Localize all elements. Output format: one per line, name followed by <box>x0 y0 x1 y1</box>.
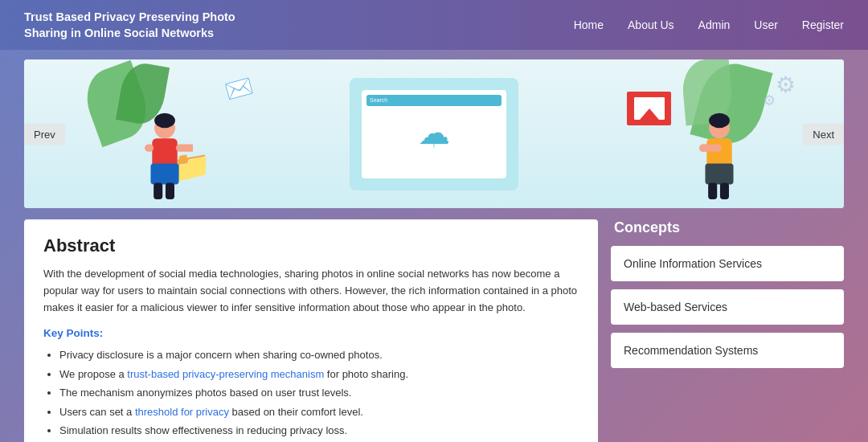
main-wrapper: Prev ⚙ ⚙ ✉️ Search ☁ ↑ <box>0 50 868 442</box>
svg-rect-15 <box>720 183 729 199</box>
svg-point-1 <box>154 113 175 128</box>
concept-card-1[interactable]: Web-based Services <box>611 289 844 325</box>
nav-register[interactable]: Register <box>802 18 844 31</box>
concepts-panel: Concepts Online Information Services Web… <box>611 219 844 442</box>
search-bar-mock: Search <box>366 95 502 106</box>
abstract-title: Abstract <box>43 235 579 256</box>
svg-rect-3 <box>150 164 178 185</box>
threshold-privacy-link[interactable]: threshold for privacy <box>135 406 229 418</box>
lower-content: Abstract With the development of social … <box>24 219 844 442</box>
photo-frame <box>627 92 671 125</box>
svg-rect-11 <box>705 164 733 185</box>
svg-rect-6 <box>154 183 162 199</box>
carousel-prev-button[interactable]: Prev <box>24 123 65 145</box>
key-point-2: We propose a trust-based privacy-preserv… <box>59 365 579 383</box>
svg-point-9 <box>709 113 730 128</box>
svg-rect-5 <box>145 145 154 152</box>
main-nav: Home About Us Admin User Register <box>574 18 844 31</box>
key-point-5: Simulation results show effectiveness in… <box>59 421 579 440</box>
photo-frame-inner <box>634 97 665 120</box>
key-points-list: Privacy disclosure is a major concern wh… <box>43 346 579 440</box>
nav-about[interactable]: About Us <box>628 18 674 31</box>
site-title: Trust Based Privacy Preserving Photo Sha… <box>24 9 235 42</box>
key-point-1: Privacy disclosure is a major concern wh… <box>59 346 579 364</box>
key-points-label: Key Points: <box>43 327 579 339</box>
svg-rect-13 <box>699 145 722 152</box>
concept-card-0[interactable]: Online Information Services <box>611 246 844 281</box>
upload-arrow-icon: ↑ <box>431 134 438 151</box>
key-point-3: The mechanism anonymizes photos based on… <box>59 383 579 402</box>
abstract-body: With the development of social media tec… <box>43 266 579 316</box>
figure-left <box>137 112 193 208</box>
abstract-panel: Abstract With the development of social … <box>24 219 598 442</box>
gear-icon-1: ⚙ <box>776 72 796 98</box>
svg-rect-4 <box>176 145 193 152</box>
site-header: Trust Based Privacy Preserving Photo Sha… <box>0 0 868 50</box>
svg-rect-7 <box>166 183 174 199</box>
key-point-4: Users can set a threshold for privacy ba… <box>59 403 579 421</box>
envelope-icon: ✉️ <box>222 72 256 105</box>
cloud-box-inner: Search ☁ ↑ <box>362 90 506 178</box>
concepts-title: Concepts <box>611 219 844 236</box>
nav-user[interactable]: User <box>754 18 778 31</box>
trust-mechanism-link[interactable]: trust-based privacy-preserving mechanism <box>127 368 324 380</box>
nav-home[interactable]: Home <box>574 18 604 31</box>
cloud-upload-box: Search ☁ ↑ <box>350 78 518 190</box>
carousel: Prev ⚙ ⚙ ✉️ Search ☁ ↑ <box>24 59 844 208</box>
photo-mountain <box>640 108 659 120</box>
carousel-scene: ⚙ ⚙ ✉️ Search ☁ ↑ <box>24 59 844 208</box>
gear-icon-2: ⚙ <box>763 92 776 109</box>
concept-card-2[interactable]: Recommendation Systems <box>611 333 844 368</box>
figure-right <box>691 112 747 208</box>
nav-admin[interactable]: Admin <box>698 18 731 31</box>
svg-rect-14 <box>708 183 717 199</box>
carousel-next-button[interactable]: Next <box>803 123 844 145</box>
